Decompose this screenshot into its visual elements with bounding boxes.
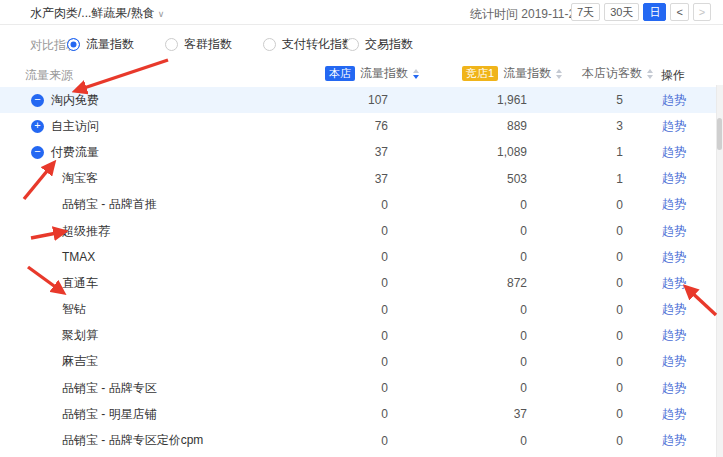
table-row: − 淘内免费 107 1,961 5 趋势 [0, 87, 716, 113]
range-button-7天[interactable]: 7天 [571, 3, 600, 21]
trend-link[interactable]: 趋势 [662, 93, 686, 107]
radio-option-1[interactable]: 流量指数 [67, 36, 134, 53]
shop-visitors-header: 本店访客数 [582, 65, 653, 82]
table-body: − 淘内免费 107 1,961 5 趋势 + 自主访问 76 889 3 趋势… [0, 87, 716, 454]
traffic-source-cell: TMAX [0, 250, 320, 264]
scrollbar-thumb[interactable] [717, 118, 722, 150]
rival-index-value: 1,089 [388, 145, 527, 159]
sort-icon[interactable] [413, 69, 419, 79]
table-row: 品销宝 - 品牌首推 0 0 0 趋势 [0, 192, 716, 218]
action-cell: 趋势 [623, 144, 686, 161]
table-row: − 付费流量 37 1,089 1 趋势 [0, 139, 716, 165]
sort-icon[interactable] [556, 69, 562, 79]
expand-toggle-icon[interactable]: − [31, 94, 44, 107]
traffic-source-label: 自主访问 [51, 118, 99, 135]
trend-link[interactable]: 趋势 [662, 145, 686, 159]
table-row: 超级推荐 0 0 0 趋势 [0, 218, 716, 244]
shop-index-value: 0 [320, 224, 388, 238]
scrollbar-track[interactable] [716, 85, 723, 457]
trend-link[interactable]: 趋势 [662, 354, 686, 368]
shop-visitors-value: 0 [527, 355, 623, 369]
trend-link[interactable]: 趋势 [662, 433, 686, 447]
table-row: 聚划算 0 0 0 趋势 [0, 323, 716, 349]
radio-circle-icon [263, 38, 276, 51]
shop-visitors-value: 0 [527, 276, 623, 290]
action-cell: 趋势 [623, 92, 686, 109]
shop-index-label: 流量指数 [360, 65, 408, 82]
next-page-button[interactable]: > [693, 3, 711, 21]
traffic-source-label: 品销宝 - 品牌首推 [62, 196, 157, 213]
table-row: + 自主访问 76 889 3 趋势 [0, 113, 716, 139]
radio-option-4[interactable]: 交易指数 [346, 36, 413, 53]
rival-badge: 竞店1 [462, 66, 498, 81]
traffic-source-label: 品销宝 - 品牌专区 [62, 380, 157, 397]
trend-link[interactable]: 趋势 [662, 171, 686, 185]
rival-index-value: 889 [388, 119, 527, 133]
trend-link[interactable]: 趋势 [662, 381, 686, 395]
trend-link[interactable]: 趋势 [662, 197, 686, 211]
shop-badge: 本店 [325, 66, 355, 81]
action-cell: 趋势 [623, 170, 686, 187]
action-header: 操作 [661, 67, 685, 84]
category-selector[interactable]: 水产肉类/...鲜蔬果/熟食∨ [30, 5, 164, 22]
table-row: 直通车 0 872 0 趋势 [0, 270, 716, 296]
sort-icon[interactable] [647, 69, 653, 79]
prev-page-button[interactable]: < [670, 3, 688, 21]
category-label: 水产肉类/...鲜蔬果/熟食 [30, 6, 155, 20]
shop-index-value: 0 [320, 198, 388, 212]
rival-index-header: 竞店1 流量指数 [462, 65, 562, 82]
trend-link[interactable]: 趋势 [662, 250, 686, 264]
rival-index-value: 0 [388, 434, 527, 448]
radio-label: 流量指数 [86, 36, 134, 53]
shop-visitors-value: 0 [527, 434, 623, 448]
table-row: TMAX 0 0 0 趋势 [0, 244, 716, 270]
trend-link[interactable]: 趋势 [662, 224, 686, 238]
range-button-30天[interactable]: 30天 [604, 3, 639, 21]
traffic-source-cell: + 自主访问 [0, 118, 320, 135]
expand-toggle-icon[interactable]: − [31, 146, 44, 159]
range-button-日[interactable]: 日 [643, 3, 666, 21]
table-row: 品销宝 - 明星店铺 0 37 0 趋势 [0, 401, 716, 427]
traffic-source-label: 直通车 [62, 275, 98, 292]
table-row: 品销宝 - 品牌专区 0 0 0 趋势 [0, 375, 716, 401]
radio-label: 客群指数 [184, 36, 232, 53]
rival-index-value: 0 [388, 381, 527, 395]
action-cell: 趋势 [623, 301, 686, 318]
rival-index-value: 37 [388, 407, 527, 421]
radio-option-3[interactable]: 支付转化指数 [263, 36, 354, 53]
chevron-down-icon: ∨ [158, 9, 165, 19]
trend-link[interactable]: 趋势 [662, 302, 686, 316]
table-row: 品销宝 - 品牌专区定价cpm 0 0 0 趋势 [0, 427, 716, 453]
shop-index-value: 0 [320, 434, 388, 448]
traffic-source-cell: 淘宝客 [0, 170, 320, 187]
shop-index-value: 0 [320, 381, 388, 395]
traffic-source-cell: − 付费流量 [0, 144, 320, 161]
shop-visitors-label: 本店访客数 [582, 65, 642, 82]
traffic-source-cell: 聚划算 [0, 327, 320, 344]
shop-visitors-value: 0 [527, 407, 623, 421]
expand-toggle-icon[interactable]: + [31, 120, 44, 133]
shop-visitors-value: 0 [527, 198, 623, 212]
radio-option-2[interactable]: 客群指数 [165, 36, 232, 53]
trend-link[interactable]: 趋势 [662, 276, 686, 290]
rival-index-value: 0 [388, 224, 527, 238]
traffic-source-cell: 直通车 [0, 275, 320, 292]
shop-visitors-value: 0 [527, 381, 623, 395]
shop-visitors-value: 3 [527, 119, 623, 133]
action-cell: 趋势 [623, 353, 686, 370]
trend-link[interactable]: 趋势 [662, 119, 686, 133]
shop-index-header: 本店 流量指数 [325, 65, 419, 82]
trend-link[interactable]: 趋势 [662, 407, 686, 421]
trend-link[interactable]: 趋势 [662, 328, 686, 342]
rival-index-value: 503 [388, 172, 527, 186]
radio-circle-icon [67, 38, 80, 51]
metric-filter-bar: 对比指标 流量指数客群指数支付转化指数交易指数 [0, 33, 723, 55]
shop-visitors-value: 1 [527, 172, 623, 186]
shop-index-value: 37 [320, 172, 388, 186]
rival-index-label: 流量指数 [503, 65, 551, 82]
rival-index-value: 1,961 [388, 93, 527, 107]
shop-visitors-value: 1 [527, 145, 623, 159]
shop-index-value: 37 [320, 145, 388, 159]
shop-visitors-value: 0 [527, 303, 623, 317]
traffic-source-cell: − 淘内免费 [0, 92, 320, 109]
